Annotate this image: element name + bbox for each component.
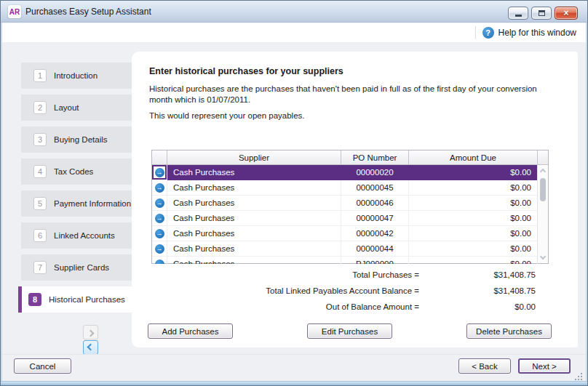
description-text: Historical purchases are the purchases t… bbox=[149, 84, 557, 105]
resize-grip-icon[interactable] bbox=[575, 373, 582, 380]
row-detail-arrow-icon[interactable]: → bbox=[155, 198, 164, 208]
row-detail-arrow-icon[interactable]: → bbox=[155, 244, 164, 254]
row-arrow-cell[interactable]: → bbox=[152, 211, 167, 226]
supplier-cell[interactable]: Cash Purchases bbox=[167, 241, 341, 257]
cancel-button[interactable]: Cancel bbox=[14, 358, 71, 374]
table-row[interactable]: → Cash Purchases 00000044 $0.00 bbox=[152, 241, 548, 257]
step-number: 4 bbox=[33, 165, 47, 178]
table-row[interactable]: → Cash Purchases 00000046 $0.00 bbox=[152, 196, 548, 211]
setup-assistant-window: AR Purchases Easy Setup Assistant × ? He… bbox=[0, 0, 588, 386]
supplier-cell[interactable]: Cash Purchases bbox=[167, 226, 341, 241]
row-detail-arrow-icon[interactable]: → bbox=[155, 183, 164, 193]
window-title: Purchases Easy Setup Assistant bbox=[25, 7, 151, 17]
po-cell[interactable]: 00000020 bbox=[341, 165, 409, 180]
po-cell[interactable]: 00000044 bbox=[341, 241, 409, 257]
header-amount-due[interactable]: Amount Due bbox=[409, 150, 538, 165]
chevron-down-icon bbox=[87, 343, 95, 350]
minimize-icon bbox=[515, 15, 522, 17]
app-logo: AR bbox=[8, 5, 21, 18]
supplier-cell[interactable]: Cash Purchases bbox=[167, 211, 341, 226]
window-controls: × bbox=[508, 7, 578, 20]
minimize-button[interactable] bbox=[508, 7, 528, 20]
page-title: Enter historical purchases for your supp… bbox=[149, 66, 343, 76]
table-row[interactable]: → Cash Purchases PJ000000 $0.00 bbox=[152, 257, 548, 264]
restore-icon bbox=[539, 10, 545, 16]
sidebar-item-introduction[interactable]: 1 Introduction bbox=[21, 63, 132, 89]
edit-purchases-button[interactable]: Edit Purchases bbox=[307, 323, 392, 339]
step-label: Tax Codes bbox=[54, 167, 93, 176]
po-cell[interactable]: 00000045 bbox=[341, 180, 409, 196]
sidebar-item-layout[interactable]: 2 Layout bbox=[21, 95, 132, 121]
out-of-balance-value: $0.00 bbox=[419, 302, 536, 311]
back-button[interactable]: < Back bbox=[458, 358, 511, 374]
step-down-button[interactable] bbox=[83, 340, 98, 355]
amount-cell[interactable]: $0.00 bbox=[409, 196, 538, 211]
app-logo-text: AR bbox=[9, 8, 20, 16]
amount-cell[interactable]: $0.00 bbox=[409, 211, 538, 226]
row-detail-arrow-icon[interactable]: → bbox=[155, 229, 164, 238]
out-of-balance-label: Out of Balance Amount = bbox=[149, 302, 419, 311]
row-detail-arrow-icon[interactable]: → bbox=[155, 260, 164, 265]
header-po-number[interactable]: PO Number bbox=[341, 150, 409, 165]
linked-payables-row: Total Linked Payables Account Balance = … bbox=[149, 283, 536, 299]
supplier-cell[interactable]: Cash Purchases bbox=[167, 257, 341, 264]
po-cell[interactable]: 00000046 bbox=[341, 196, 409, 211]
sidebar-item-tax-codes[interactable]: 4 Tax Codes bbox=[21, 158, 132, 185]
table-scrollbar[interactable] bbox=[537, 165, 548, 263]
next-button[interactable]: Next > bbox=[518, 358, 571, 374]
supplier-cell[interactable]: Cash Purchases bbox=[167, 165, 341, 180]
sidebar-item-historical-purchases[interactable]: 8 Historical Purchases bbox=[18, 286, 132, 313]
restore-button[interactable] bbox=[531, 7, 552, 20]
step-label: Historical Purchases bbox=[49, 295, 125, 304]
row-arrow-cell[interactable]: → bbox=[152, 226, 167, 241]
step-up-button[interactable] bbox=[83, 325, 98, 339]
sidebar-item-supplier-cards[interactable]: 7 Supplier Cards bbox=[21, 254, 132, 281]
amount-cell[interactable]: $0.00 bbox=[409, 165, 538, 180]
po-cell[interactable]: 00000047 bbox=[341, 211, 409, 226]
amount-cell[interactable]: $0.00 bbox=[409, 241, 538, 257]
linked-payables-value: $31,408.75 bbox=[419, 286, 536, 295]
step-number: 7 bbox=[33, 261, 47, 274]
content-panel: Enter historical purchases for your supp… bbox=[132, 52, 578, 347]
row-arrow-cell[interactable]: → bbox=[152, 180, 167, 196]
table-row[interactable]: → Cash Purchases 00000042 $0.00 bbox=[152, 226, 548, 241]
sidebar-item-buying-details[interactable]: 3 Buying Details bbox=[21, 126, 132, 153]
scroll-up-icon[interactable] bbox=[540, 169, 546, 174]
po-cell[interactable]: 00000042 bbox=[341, 226, 409, 241]
row-arrow-cell[interactable]: → bbox=[152, 257, 167, 264]
footer-divider bbox=[2, 354, 586, 355]
table-row[interactable]: → Cash Purchases 00000045 $0.00 bbox=[152, 180, 548, 196]
step-number: 3 bbox=[33, 133, 47, 146]
scroll-down-icon[interactable] bbox=[540, 254, 546, 260]
row-arrow-cell[interactable]: → bbox=[152, 241, 167, 257]
step-number: 6 bbox=[33, 229, 47, 242]
header-supplier[interactable]: Supplier bbox=[167, 150, 341, 165]
sidebar-item-payment-information[interactable]: 5 Payment Information bbox=[21, 190, 132, 217]
help-bar: ? Help for this window bbox=[2, 23, 586, 42]
help-divider bbox=[475, 26, 476, 39]
step-number: 8 bbox=[28, 293, 41, 306]
sidebar-item-linked-accounts[interactable]: 6 Linked Accounts bbox=[21, 222, 132, 249]
amount-cell[interactable]: $0.00 bbox=[409, 257, 538, 264]
amount-cell[interactable]: $0.00 bbox=[409, 180, 538, 196]
close-button[interactable]: × bbox=[555, 7, 578, 20]
purchases-table: Supplier PO Number Amount Due → Cash Pur… bbox=[151, 150, 549, 264]
table-row[interactable]: → Cash Purchases 00000047 $0.00 bbox=[152, 211, 548, 226]
row-arrow-cell[interactable]: → bbox=[152, 196, 167, 211]
row-detail-arrow-icon[interactable]: → bbox=[155, 168, 164, 177]
supplier-cell[interactable]: Cash Purchases bbox=[167, 180, 341, 196]
row-detail-arrow-icon[interactable]: → bbox=[155, 214, 164, 223]
add-purchases-button[interactable]: Add Purchases bbox=[148, 323, 233, 339]
supplier-cell[interactable]: Cash Purchases bbox=[167, 196, 341, 211]
row-arrow-cell[interactable]: → bbox=[152, 165, 167, 180]
help-icon[interactable]: ? bbox=[482, 27, 494, 39]
help-link[interactable]: Help for this window bbox=[498, 28, 576, 38]
total-purchases-value: $31,408.75 bbox=[419, 270, 536, 279]
scrollbar-thumb[interactable] bbox=[540, 178, 546, 201]
amount-cell[interactable]: $0.00 bbox=[409, 226, 538, 241]
close-icon: × bbox=[563, 9, 568, 17]
title-bar[interactable]: AR Purchases Easy Setup Assistant × bbox=[1, 1, 587, 23]
po-cell[interactable]: PJ000000 bbox=[341, 257, 409, 264]
delete-purchases-button[interactable]: Delete Purchases bbox=[466, 323, 552, 339]
table-row[interactable]: → Cash Purchases 00000020 $0.00 bbox=[152, 165, 548, 180]
